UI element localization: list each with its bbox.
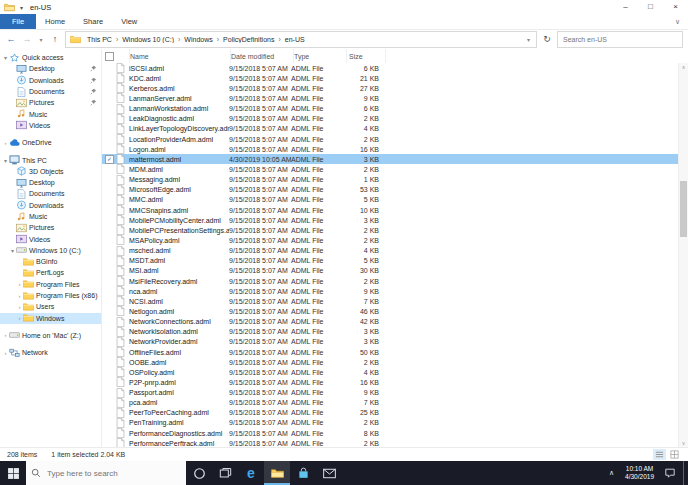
edge-button[interactable]: e: [238, 461, 264, 485]
file-row[interactable]: OSPolicy.adml9/15/2018 5:07 AMADML File4…: [102, 367, 688, 377]
chevron-collapsed-icon[interactable]: ›: [2, 332, 9, 338]
scroll-down-icon[interactable]: ∨: [679, 439, 688, 447]
minimize-button[interactable]: –: [613, 0, 638, 14]
start-button[interactable]: [0, 461, 26, 485]
file-row[interactable]: NetworkProvider.adml9/15/2018 5:07 AMADM…: [102, 337, 688, 347]
chevron-collapsed-icon[interactable]: ›: [2, 140, 9, 146]
sidebar-item-documents[interactable]: Documents: [0, 188, 101, 199]
file-row[interactable]: MDM.adml9/15/2018 5:07 AMADML File2 KB: [102, 164, 688, 174]
breadcrumb-segment-windows[interactable]: Windows: [181, 36, 215, 43]
sidebar-item-documents[interactable]: Documents: [0, 86, 101, 97]
sidebar-item-3d-objects[interactable]: 3D Objects: [0, 166, 101, 177]
file-row[interactable]: MobilePCPresentationSettings.adml9/15/20…: [102, 225, 688, 235]
address-dropdown-icon[interactable]: ▾: [524, 36, 533, 43]
expand-ribbon-icon[interactable]: ∨: [675, 18, 680, 26]
store-button[interactable]: [290, 461, 316, 485]
action-center-button[interactable]: [659, 467, 681, 479]
chevron-collapsed-icon[interactable]: ›: [16, 304, 23, 310]
cortana-button[interactable]: [186, 461, 212, 485]
sidebar-item-pictures[interactable]: Pictures: [0, 222, 101, 233]
file-row[interactable]: PenTraining.adml9/15/2018 5:07 AMADML Fi…: [102, 418, 688, 428]
file-row[interactable]: NetworkIsolation.adml9/15/2018 5:07 AMAD…: [102, 327, 688, 337]
file-row[interactable]: PeerToPeerCaching.adml9/15/2018 5:07 AMA…: [102, 408, 688, 418]
chevron-collapsed-icon[interactable]: ›: [16, 293, 23, 299]
file-row[interactable]: pca.adml9/15/2018 5:07 AMADML File7 KB: [102, 398, 688, 408]
column-header-date-modified[interactable]: Date modified: [231, 49, 294, 63]
file-row[interactable]: NetworkConnections.adml9/15/2018 5:07 AM…: [102, 317, 688, 327]
forward-button[interactable]: →: [21, 35, 33, 44]
sidebar-item-windows[interactable]: ›Windows: [0, 313, 101, 324]
column-header-type[interactable]: Type: [294, 49, 347, 63]
sidebar-item-music[interactable]: Music: [0, 211, 101, 222]
file-row[interactable]: PerformancePerftrack.adml9/15/2018 5:07 …: [102, 438, 688, 447]
file-row[interactable]: MSI.adml9/15/2018 5:07 AMADML File30 KB: [102, 266, 688, 276]
sidebar-item-perflogs[interactable]: PerfLogs: [0, 267, 101, 278]
chevron-expanded-icon[interactable]: ▾: [9, 247, 16, 254]
vertical-scrollbar[interactable]: ∧ ∨: [678, 63, 688, 447]
recent-locations-dropdown-icon[interactable]: ▾: [37, 37, 45, 43]
file-row[interactable]: MMC.adml9/15/2018 5:07 AMADML File5 KB: [102, 195, 688, 205]
file-row[interactable]: Passport.adml9/15/2018 5:07 AMADML File9…: [102, 388, 688, 398]
sidebar-item-pictures[interactable]: Pictures: [0, 97, 101, 108]
file-row[interactable]: Logon.adml9/15/2018 5:07 AMADML File16 K…: [102, 144, 688, 154]
tray-expand-icon[interactable]: ∧: [603, 469, 620, 477]
select-all-checkbox[interactable]: [105, 52, 114, 61]
file-row[interactable]: ✓mattermost.adml4/30/2019 10:05 AMADML F…: [102, 154, 688, 164]
file-row[interactable]: Messaging.adml9/15/2018 5:07 AMADML File…: [102, 175, 688, 185]
sidebar-item-quick-access[interactable]: ▾Quick access: [0, 52, 101, 63]
tab-share[interactable]: Share: [74, 14, 112, 29]
scroll-up-icon[interactable]: ∧: [679, 63, 688, 71]
tab-file[interactable]: File: [0, 14, 36, 29]
show-desktop-button[interactable]: [683, 461, 688, 485]
sidebar-item-desktop[interactable]: Desktop: [0, 63, 101, 74]
sidebar-item-this-pc[interactable]: ▾This PC: [0, 154, 101, 165]
large-icons-view-button[interactable]: [668, 449, 681, 460]
file-row[interactable]: LinkLayerTopologyDiscovery.adml9/15/2018…: [102, 124, 688, 134]
scrollbar-thumb[interactable]: [680, 181, 687, 237]
sidebar-item-windows-10-c[interactable]: ▾Windows 10 (C:): [0, 245, 101, 256]
back-button[interactable]: ←: [5, 35, 17, 44]
file-row[interactable]: OfflineFiles.adml9/15/2018 5:07 AMADML F…: [102, 347, 688, 357]
file-row[interactable]: nca.adml9/15/2018 5:07 AMADML File9 KB: [102, 286, 688, 296]
refresh-icon[interactable]: ↻: [541, 35, 553, 44]
file-explorer-button[interactable]: [264, 461, 290, 485]
breadcrumb-segment-en-us[interactable]: en-US: [282, 36, 308, 43]
file-row[interactable]: MMCSnapins.adml9/15/2018 5:07 AMADML Fil…: [102, 205, 688, 215]
tab-home[interactable]: Home: [36, 14, 74, 29]
file-row[interactable]: LanmanWorkstation.adml9/15/2018 5:07 AMA…: [102, 104, 688, 114]
breadcrumb-segment-windows-10-c[interactable]: Windows 10 (C:): [119, 36, 177, 43]
chevron-collapsed-icon[interactable]: ›: [16, 281, 23, 287]
sidebar-item-program-files-x86[interactable]: ›Program Files (x86): [0, 290, 101, 301]
column-header-size[interactable]: Size: [347, 49, 386, 63]
tab-view[interactable]: View: [112, 14, 146, 29]
sidebar-item-home-on-mac-z[interactable]: ›Home on 'Mac' (Z:): [0, 330, 101, 341]
column-header-name[interactable]: Name: [130, 49, 231, 63]
sidebar-item-network[interactable]: ›Network: [0, 347, 101, 358]
sidebar-item-videos[interactable]: Videos: [0, 120, 101, 131]
sidebar-item-program-files[interactable]: ›Program Files: [0, 279, 101, 290]
quick-access-toolbar-arrow-icon[interactable]: ▾: [20, 4, 23, 11]
sidebar-item-videos[interactable]: Videos: [0, 233, 101, 244]
task-view-button[interactable]: [212, 461, 238, 485]
file-row[interactable]: MsiFileRecovery.adml9/15/2018 5:07 AMADM…: [102, 276, 688, 286]
file-row[interactable]: MicrosoftEdge.adml9/15/2018 5:07 AMADML …: [102, 185, 688, 195]
breadcrumb-segment-this-pc[interactable]: This PC: [84, 36, 115, 43]
sidebar-item-onedrive[interactable]: ›OneDrive: [0, 137, 101, 148]
close-button[interactable]: ×: [663, 0, 688, 14]
chevron-collapsed-icon[interactable]: ›: [2, 350, 9, 356]
file-row[interactable]: LocationProviderAdm.adml9/15/2018 5:07 A…: [102, 134, 688, 144]
file-row[interactable]: OOBE.adml9/15/2018 5:07 AMADML File2 KB: [102, 357, 688, 367]
file-row[interactable]: LeakDiagnostic.adml9/15/2018 5:07 AMADML…: [102, 114, 688, 124]
file-row[interactable]: MSAPolicy.adml9/15/2018 5:07 AMADML File…: [102, 235, 688, 245]
up-button[interactable]: ↑: [49, 35, 61, 44]
taskbar-search-input[interactable]: [45, 468, 181, 479]
sidebar-item-desktop[interactable]: Desktop: [0, 177, 101, 188]
chevron-expanded-icon[interactable]: ▾: [2, 54, 9, 61]
explorer-search-input[interactable]: [561, 35, 679, 44]
file-row[interactable]: Kerberos.adml9/15/2018 5:07 AMADML File2…: [102, 83, 688, 93]
file-row[interactable]: PerformanceDiagnostics.adml9/15/2018 5:0…: [102, 428, 688, 438]
taskbar-clock[interactable]: 10:10 AM 4/30/2019: [620, 465, 659, 481]
file-row[interactable]: NCSI.adml9/15/2018 5:07 AMADML File7 KB: [102, 296, 688, 306]
sidebar-item-downloads[interactable]: Downloads: [0, 75, 101, 86]
chevron-expanded-icon[interactable]: ▾: [2, 157, 9, 164]
